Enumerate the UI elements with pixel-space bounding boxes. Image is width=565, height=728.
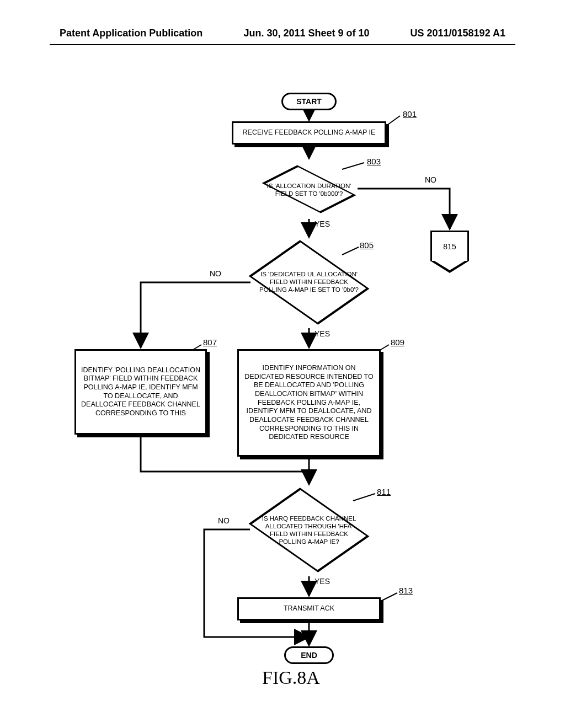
header-right: US 2011/0158192 A1 <box>411 28 505 39</box>
process-809-text: IDENTIFY INFORMATION ON DEDICATED RESOUR… <box>243 364 375 442</box>
terminator-start: START <box>281 93 337 110</box>
process-813-text: TRANSMIT ACK <box>284 604 334 613</box>
branch-805-yes: YES <box>315 329 330 338</box>
terminator-end: END <box>284 646 334 664</box>
branch-811-yes: YES <box>315 577 330 586</box>
branch-805-no: NO <box>210 269 221 278</box>
ref-813: 813 <box>399 586 413 595</box>
svg-line-7 <box>386 116 400 126</box>
process-807-text: IDENTIFY 'POLLING DEALLOCATION BITMAP' F… <box>81 366 201 418</box>
process-801: RECEIVE FEEDBACK POLLING A-MAP IE <box>232 121 386 144</box>
offpage-815-text: 815 <box>443 242 456 251</box>
decision-805 <box>249 240 370 324</box>
header-divider <box>50 44 515 45</box>
header-center: Jun. 30, 2011 Sheet 9 of 10 <box>243 28 369 39</box>
branch-803-yes: YES <box>315 220 330 228</box>
offpage-815: 815 <box>430 231 469 261</box>
start-label: START <box>296 97 322 106</box>
svg-line-12 <box>353 494 375 501</box>
decision-811 <box>249 488 370 572</box>
ref-801: 801 <box>403 109 417 119</box>
process-801-text: RECEIVE FEEDBACK POLLING A-MAP IE <box>243 129 376 137</box>
ref-805: 805 <box>360 240 374 250</box>
figure-caption: FIG.8A <box>262 667 320 688</box>
process-809: IDENTIFY INFORMATION ON DEDICATED RESOUR… <box>237 349 381 457</box>
svg-line-8 <box>342 163 364 169</box>
branch-803-no: NO <box>425 175 436 184</box>
flowchart: START RECEIVE FEEDBACK POLLING A-MAP IE … <box>0 83 565 689</box>
ref-807: 807 <box>203 338 217 347</box>
page-header: Patent Application Publication Jun. 30, … <box>0 28 565 39</box>
ref-809: 809 <box>391 338 404 347</box>
svg-line-9 <box>342 247 359 255</box>
end-label: END <box>301 651 317 660</box>
svg-line-13 <box>381 593 397 601</box>
header-left: Patent Application Publication <box>60 28 202 39</box>
decision-803 <box>262 165 356 213</box>
ref-811: 811 <box>377 487 391 496</box>
branch-811-no: NO <box>218 516 230 525</box>
ref-803: 803 <box>367 157 381 166</box>
process-813: TRANSMIT ACK <box>237 597 381 620</box>
process-807: IDENTIFY 'POLLING DEALLOCATION BITMAP' F… <box>74 349 207 435</box>
